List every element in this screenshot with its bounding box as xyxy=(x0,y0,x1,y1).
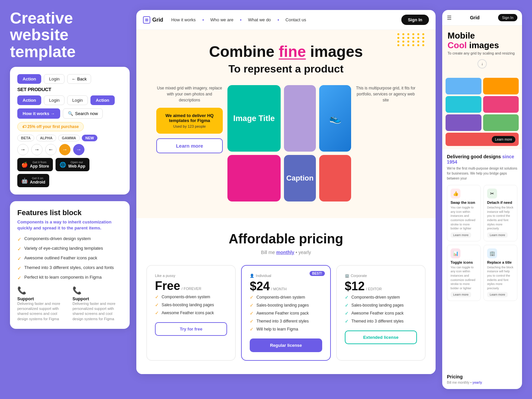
center-panel: ⊞ Grid How it works Who we are What we d… xyxy=(136,10,436,389)
corporate-plan-button[interactable]: Extended license xyxy=(345,331,417,344)
mobile-grid: Learn more xyxy=(442,78,522,149)
btn-row-3: How it works → 🔍 Search now xyxy=(17,108,122,119)
mobile-title-highlight: Cool xyxy=(448,40,467,50)
login-button-1[interactable]: Login xyxy=(44,74,65,84)
plan-price-free: Free / FOREVER xyxy=(155,279,227,293)
check-icon: ✓ xyxy=(345,319,349,324)
mobile-subtitle: To create any grid by scaling and resizi… xyxy=(448,51,517,55)
nav-link-what[interactable]: What we do xyxy=(248,17,271,22)
android-button[interactable]: 🤖 Get it on Android xyxy=(17,174,49,187)
mobile-nav-logo: Grid xyxy=(470,15,479,20)
grid-logo-icon: ⊞ xyxy=(143,16,150,24)
grid-cell-blue: 👟 xyxy=(319,85,351,152)
toggle-desc: You can toggle to any icon within instan… xyxy=(451,265,477,291)
android-icon: 🤖 xyxy=(21,178,28,184)
search-now-button[interactable]: 🔍 Search now xyxy=(63,108,103,119)
hero-section: Combine fine images To represent a produ… xyxy=(136,30,436,218)
feature-card-replace: 🏢 Replace a title Detaching the block in… xyxy=(483,245,517,301)
nav-dot-1 xyxy=(202,19,204,21)
mobile-learn-more-button[interactable]: Learn more xyxy=(492,136,515,143)
feature-card-detach: ✂ Detach if need Detaching the block ins… xyxy=(483,185,517,241)
nav-link-contact[interactable]: Contact us xyxy=(286,17,306,22)
grid-cell-coral xyxy=(319,155,351,201)
pricing-card-free: Like a pussy Free / FOREVER ✓ Components… xyxy=(146,265,236,361)
mobile-grid-pink xyxy=(483,96,519,113)
nav-link-who[interactable]: Who we are xyxy=(210,17,233,22)
pricing-toggle-monthly[interactable]: monthly xyxy=(276,250,294,255)
features-title: Features list block xyxy=(17,208,122,217)
dots-decoration xyxy=(397,33,426,46)
grid-yellow-box: We aimed to deliver HQ templates for Fig… xyxy=(156,108,223,134)
toggle-learn-button[interactable]: Learn more xyxy=(451,292,471,297)
check-icon: ✓ xyxy=(345,311,349,316)
arrow-right-2[interactable]: → xyxy=(31,144,43,155)
mobile-pricing-title: Pricing xyxy=(447,374,517,379)
nav-link-how[interactable]: How it works xyxy=(171,17,196,22)
check-icon: ✓ xyxy=(345,303,349,308)
mobile-grid-wide-red: Learn more xyxy=(446,133,519,146)
grid-cell-purple: Caption xyxy=(284,155,316,201)
pricing-card-individual: BEST! 👤 Individual $24 / MONTH ✓ Compone… xyxy=(241,265,331,361)
individual-plan-button[interactable]: Regular license xyxy=(250,338,322,352)
mobile-nav: ☰ Grid Sign In xyxy=(442,10,522,26)
action-button-1[interactable]: Action xyxy=(17,74,41,84)
grid-section: Use mixed grid with imagery, replace wit… xyxy=(150,85,422,208)
how-it-works-button[interactable]: How it works → xyxy=(17,108,60,119)
check-icon: ✓ xyxy=(250,295,254,300)
hero-highlight-text: fine xyxy=(279,43,306,60)
login-button-2[interactable]: Login xyxy=(44,95,65,105)
free-plan-button[interactable]: Try for free xyxy=(155,322,227,336)
mobile-grid-purple xyxy=(446,114,481,131)
swap-desc: You can toggle to any icon within instan… xyxy=(451,205,477,231)
apple-icon: 🍎 xyxy=(21,162,28,168)
login-button-3[interactable]: Login xyxy=(67,95,88,105)
arrow-left-1[interactable]: ← xyxy=(45,144,57,155)
mobile-signin-button[interactable]: Sign In xyxy=(498,14,517,21)
detach-learn-button[interactable]: Learn more xyxy=(487,232,508,238)
feature-item-5: ✓ Perfect kit to learn components in Fig… xyxy=(17,275,122,281)
promo-row: 🏷 25% off your first purchase xyxy=(17,122,122,131)
action-button-3[interactable]: Action xyxy=(90,95,114,105)
search-now-label: Search now xyxy=(75,111,98,116)
free-price: Free xyxy=(155,279,180,293)
web-app-button[interactable]: 🌐 Open our Web App xyxy=(56,158,89,171)
swap-title: Swap the icon xyxy=(451,200,477,204)
search-icon: 🔍 xyxy=(68,111,73,116)
feature-item-4: ✓ Themed into 3 different styles, colors… xyxy=(17,265,122,271)
hamburger-icon[interactable]: ☰ xyxy=(447,15,452,21)
main-grid: Image Title 👟 Caption xyxy=(227,85,351,201)
plan-price-corporate: $12 / EDITOR xyxy=(345,279,417,293)
arrow-right-1[interactable]: → xyxy=(17,144,29,155)
check-icon: ✓ xyxy=(155,294,159,300)
swap-learn-button[interactable]: Learn more xyxy=(451,232,471,238)
brand-logo: SET PRODUCT xyxy=(17,86,51,92)
feature-card-swap: 👍 Swap the icon You can toggle to any ic… xyxy=(447,185,481,241)
individual-price: $24 xyxy=(250,279,270,293)
mobile-title-post: images xyxy=(467,40,499,50)
web-app-label: Open our Web App xyxy=(68,161,85,169)
check-icon-3: ✓ xyxy=(17,256,22,262)
replace-icon: 🏢 xyxy=(487,248,497,258)
replace-learn-button[interactable]: Learn more xyxy=(487,292,508,297)
arrow-right-active-yellow[interactable]: → xyxy=(59,144,70,155)
detach-icon: ✂ xyxy=(487,189,497,199)
left-panel: Creative website template Action Login ←… xyxy=(10,10,130,389)
action-button-2[interactable]: Action xyxy=(17,95,41,105)
app-store-button[interactable]: 🍎 Get it from App Store xyxy=(17,158,53,171)
promo-badge: 🏷 25% off your first purchase xyxy=(17,122,84,131)
learn-more-button[interactable]: Learn more xyxy=(156,138,223,153)
nav-signin-button[interactable]: Sign In xyxy=(401,15,429,25)
pricing-section: Affordable pricing Bill me monthly • yea… xyxy=(136,218,436,374)
back-button[interactable]: ← Back xyxy=(67,74,91,84)
tag-alpha: ALPHA xyxy=(36,135,56,141)
arrow-right-active-purple[interactable]: → xyxy=(73,144,84,155)
app-store-label: Get it from App Store xyxy=(30,161,49,169)
support-row: 📞 Support Delivering faster and more per… xyxy=(17,286,122,322)
support-label-1: Support xyxy=(17,296,67,301)
mobile-scroll-down-button[interactable]: ↓ xyxy=(477,59,487,68)
ind-feature-1: ✓ Components-driven system xyxy=(250,295,322,300)
toggle-icon: 📊 xyxy=(451,248,461,258)
nav-logo: ⊞ Grid xyxy=(143,16,163,24)
plan-type-corporate: 🏢 Corporate xyxy=(345,274,417,278)
hero-subheadline: To represent a product xyxy=(150,63,422,75)
